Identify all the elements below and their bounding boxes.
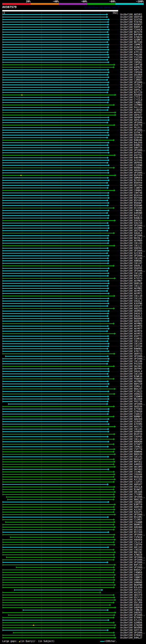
hit-bar[interactable] [2, 225, 108, 226]
hit-label[interactable]: UniRef100_B4QNJ4 [120, 217, 142, 219]
hit-bar[interactable] [2, 514, 114, 515]
hit-bar[interactable] [2, 326, 108, 326]
hit-label[interactable]: UniRef100_Q4N6W9 [120, 581, 142, 584]
hit-bar[interactable] [2, 195, 108, 196]
hit-bar[interactable] [2, 595, 113, 595]
hit-label[interactable]: UniRef100_A6YM89 [120, 240, 142, 242]
hit-bar[interactable] [2, 107, 108, 108]
hit-bar[interactable] [2, 421, 107, 422]
hit-bar[interactable] [2, 376, 108, 377]
hit-label[interactable]: UniRef100_C9SPQ5 [120, 436, 142, 438]
hit-label[interactable]: UniRef100_A4R955 [120, 463, 142, 466]
hit-label[interactable]: UniRef100_UPI000.. [120, 534, 145, 536]
hit-bar[interactable] [2, 316, 107, 316]
hit-label[interactable]: UniRef100_B3RM23 [120, 144, 142, 146]
hit-label[interactable]: UniRef100_B5FXP8 [120, 199, 142, 202]
hit-bar[interactable] [2, 401, 107, 402]
hit-bar[interactable] [2, 147, 108, 148]
hit-label[interactable]: UniRef100_Q0CA88 [120, 491, 142, 493]
hit-bar[interactable] [2, 617, 113, 618]
hit-bar[interactable] [2, 469, 108, 470]
hit-bar[interactable] [2, 394, 114, 394]
hit-label[interactable]: UniRef100_C0H8H2 [120, 189, 142, 192]
hit-label[interactable]: UniRef100_A6RFU9 [120, 506, 142, 508]
hit-label[interactable]: UniRef100_UPI000.. [120, 566, 145, 568]
hit-bar[interactable] [2, 298, 108, 299]
hit-label[interactable]: UniRef100_B4KYM8 [120, 156, 142, 159]
hit-label[interactable]: UniRef100_B4F9R4 [120, 33, 142, 36]
hit-label[interactable]: UniRef100_C0PMC5 [120, 44, 142, 46]
hit-bar[interactable] [2, 434, 114, 434]
hit-bar[interactable] [2, 486, 114, 487]
hit-bar[interactable] [2, 37, 108, 38]
hit-label[interactable]: UniRef100_A6YM82 [120, 287, 142, 290]
hit-label[interactable]: UniRef100_UPI000.. [120, 558, 145, 561]
hit-bar[interactable] [2, 215, 108, 216]
hit-label[interactable]: UniRef100_A9VAD3 [120, 94, 142, 96]
hit-label[interactable]: UniRef100_C5FW18 [120, 536, 142, 538]
hit-label[interactable]: UniRef100_C4JND2 [120, 470, 142, 473]
hit-label[interactable]: UniRef100_C5KTP9 [120, 544, 142, 546]
hit-bar[interactable] [2, 602, 113, 603]
hit-bar[interactable] [2, 230, 107, 231]
hit-label[interactable]: UniRef100_A7AQ98 [120, 624, 142, 626]
hit-label[interactable]: UniRef100_C1MXE7 [120, 78, 142, 81]
hit-label[interactable]: UniRef100_B6RB82 [120, 166, 142, 169]
hit-label[interactable]: UniRef100_B6JUU0 [120, 398, 142, 400]
hit-bar[interactable] [2, 462, 114, 462]
hit-bar[interactable] [2, 323, 113, 324]
hit-label[interactable]: UniRef100_B9RPL9 [120, 26, 142, 28]
hit-bar[interactable] [2, 542, 114, 542]
hit-label[interactable]: UniRef100_C8CLR7 [120, 262, 142, 264]
hit-label[interactable]: UniRef100_Q3UJS0 [120, 222, 142, 224]
hit-bar[interactable] [2, 587, 114, 588]
hit-label[interactable]: UniRef100_C8CLS2 [120, 285, 142, 287]
hit-label[interactable]: UniRef100_UPI000.. [120, 632, 145, 634]
hit-bar[interactable] [2, 409, 108, 410]
hit-label[interactable]: UniRef100_Q9XVF7 [120, 305, 142, 307]
hit-label[interactable]: UniRef100_Q42064 [120, 74, 142, 76]
hit-label[interactable]: UniRef100_C8CLR3 [120, 242, 142, 244]
hit-label[interactable]: UniRef100_Q4KTI6 [120, 146, 142, 149]
hit-label[interactable]: UniRef100_Q6C0H1 [120, 365, 142, 368]
hit-label[interactable]: UniRef100_B6QG48 [120, 476, 142, 478]
hit-label[interactable]: UniRef100_A5AW13 [120, 46, 142, 48]
hit-label[interactable]: UniRef100_C5JM57 [120, 518, 142, 521]
hit-label[interactable]: UniRef100_Q4D5K2 [120, 611, 142, 614]
hit-bar[interactable] [2, 165, 108, 166]
hit-label[interactable]: UniRef100_C0H748 [120, 192, 142, 194]
hit-bar[interactable] [2, 210, 108, 211]
hit-bar[interactable] [2, 351, 108, 352]
hit-label[interactable]: UniRef100_UPI000.. [120, 270, 145, 272]
hit-bar[interactable] [2, 354, 114, 354]
hit-label[interactable]: UniRef100_B9SK07 [120, 23, 142, 26]
hit-label[interactable]: UniRef100_B2YI29 [120, 91, 142, 94]
hit-label[interactable]: UniRef100_UPI000.. [120, 556, 145, 558]
hit-bar[interactable] [2, 14, 107, 15]
hit-bar[interactable] [2, 270, 107, 271]
hit-label[interactable]: UniRef100_Q2HRD6 [120, 622, 142, 624]
hit-bar[interactable] [2, 84, 108, 85]
hit-label[interactable]: UniRef100_B3L699 [120, 586, 142, 589]
hit-label[interactable]: UniRef100_Q19VE5 [120, 420, 142, 423]
hit-bar[interactable] [2, 158, 107, 158]
hit-bar[interactable] [2, 150, 108, 150]
hit-label[interactable]: UniRef100_B2AWT2 [120, 488, 142, 491]
hit-label[interactable]: UniRef100_Q4PSL7 [120, 89, 142, 91]
hit-label[interactable]: UniRef100_C5LCL4 [120, 541, 142, 544]
hit-bar[interactable] [2, 120, 108, 120]
hit-label[interactable]: UniRef100_A7LCP5 [120, 619, 142, 622]
hit-bar[interactable] [2, 552, 114, 552]
hit-label[interactable]: UniRef100_A8NSW2 [120, 260, 142, 262]
hit-bar[interactable] [2, 228, 108, 228]
hit-label[interactable]: UniRef100_Q2I3E8 [120, 252, 142, 254]
hit-bar[interactable] [2, 388, 114, 389]
hit-label[interactable]: UniRef100_B5Y3U9 [120, 531, 142, 534]
hit-label[interactable]: UniRef100_Q2XTD6 [120, 18, 142, 21]
hit-label[interactable]: UniRef100_B6HMI5 [120, 524, 142, 526]
hit-bar[interactable] [2, 32, 107, 32]
hit-label[interactable]: UniRef100_A7TQR3 [120, 408, 142, 410]
hit-bar[interactable] [2, 519, 114, 520]
hit-label[interactable]: UniRef100_B5XFI9 [120, 433, 142, 436]
hit-label[interactable]: UniRef100_C8CLR6 [120, 360, 142, 362]
